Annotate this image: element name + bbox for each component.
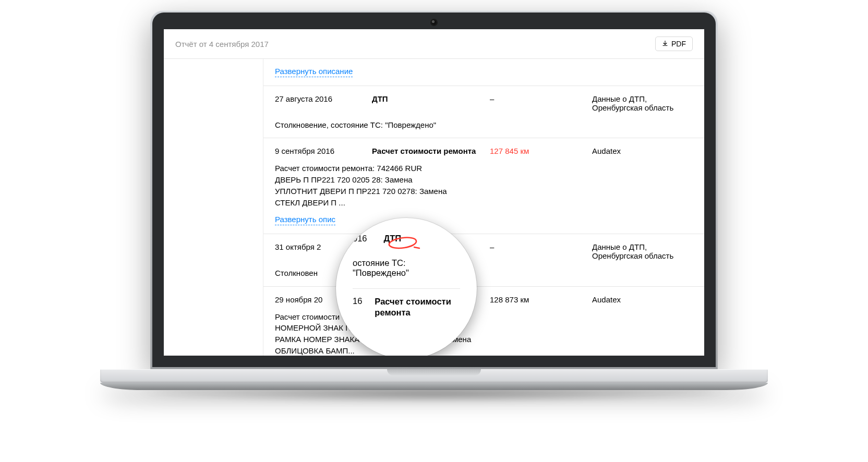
pdf-label: PDF [671,40,686,48]
timeline: Развернуть описание 27 августа 2016 ДТП … [263,59,704,356]
event-title: ДТП [372,94,481,103]
viewport: Отчёт от 4 сентября 2017 PDF Развернуть … [164,29,704,356]
event-date: 27 августа 2016 [275,94,364,103]
download-pdf-button[interactable]: PDF [655,37,693,51]
event-date: 9 сентября 2016 [275,147,364,155]
timeline-event: 31 октября 2 – Данные о ДТП, Оренбургска… [263,234,704,286]
laptop-frame: Отчёт от 4 сентября 2017 PDF Развернуть … [100,10,768,394]
event-source: Audatex [592,295,693,304]
laptop-base [100,369,768,394]
timeline-event: 29 ноября 20 128 873 км Audatex Расчет с… [263,286,704,356]
event-date: 31 октября 2 [275,242,364,251]
event-title: Расчет стоимости ремонта [372,147,481,155]
event-description: Расчет стоимости НОМЕРНОЙ ЗНАК Пкла: 948… [275,311,693,356]
expand-link[interactable]: Развернуть опис [275,214,335,225]
screen-frame: Отчёт от 4 сентября 2017 PDF Развернуть … [150,10,718,369]
download-icon [662,40,668,48]
timeline-event: 9 сентября 2016 Расчет стоимости ремонта… [263,138,704,234]
screen-bezel: Отчёт от 4 сентября 2017 PDF Развернуть … [152,13,716,367]
event-km: 128 873 км [490,295,584,304]
event-source: Данные о ДТП, Оренбургская область [592,242,693,260]
event-source: Данные о ДТП, Оренбургская область [592,94,693,112]
report-body: Развернуть описание 27 августа 2016 ДТП … [164,59,704,356]
event-km: – [490,94,584,103]
left-gutter [164,59,263,356]
event-source: Audatex [592,147,693,155]
timeline-event: 27 августа 2016 ДТП – Данные о ДТП, Орен… [263,86,704,138]
report: Отчёт от 4 сентября 2017 PDF Развернуть … [164,29,704,356]
trackpad-notch [387,369,481,375]
expand-link[interactable]: Развернуть описание [275,66,353,77]
event-description: Столкновен [275,268,693,279]
report-date: Отчёт от 4 сентября 2017 [175,40,269,48]
event-description: Расчет стоимости ремонта: 742466 RUR ДВЕ… [275,163,693,208]
event-km: – [490,242,584,251]
event-description: Столкновение, состояние ТС: "Повреждено" [275,119,693,131]
report-topbar: Отчёт от 4 сентября 2017 PDF [164,29,704,59]
camera-icon [431,20,437,25]
event-date: 29 ноября 20 [275,295,364,304]
event-km: 127 845 км [490,147,584,155]
